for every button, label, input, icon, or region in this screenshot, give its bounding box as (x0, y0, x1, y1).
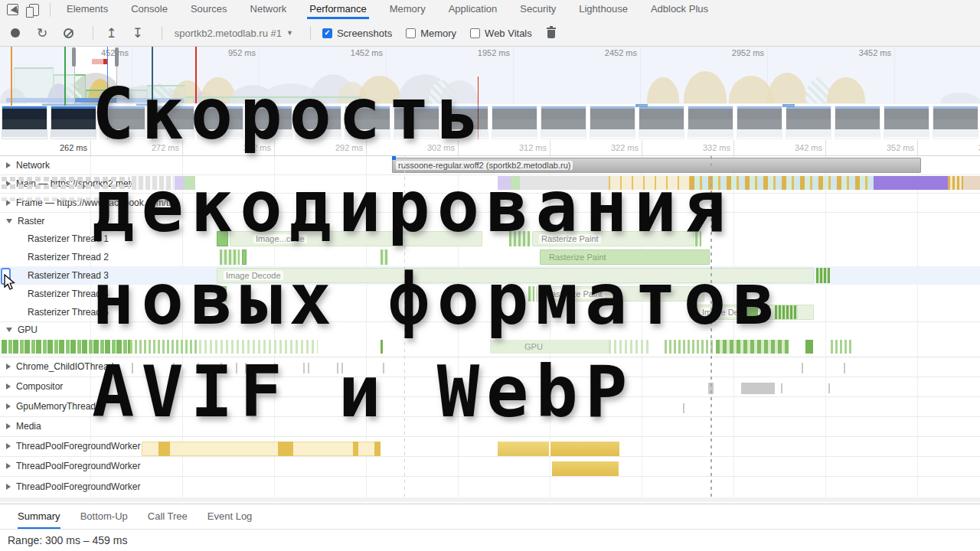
selection-handle-left[interactable] (72, 47, 76, 67)
worker-task-bar[interactable] (353, 442, 358, 456)
worker-task-bar[interactable] (549, 442, 619, 456)
screenshot-thumbnail[interactable] (51, 106, 96, 139)
details-tab-call-tree[interactable]: Call Tree (148, 504, 188, 529)
ruler-tick (917, 140, 918, 155)
gpu-track-activity[interactable] (665, 340, 714, 354)
row-separator (0, 436, 980, 437)
chevron-right-icon[interactable] (6, 364, 11, 370)
gpu-track-activity[interactable] (805, 340, 813, 354)
track-threadpoolforegroundworker[interactable]: ThreadPoolForegroundWorker (6, 461, 141, 471)
detail-ruler-label: 352 ms (887, 143, 914, 152)
worker-task-bar[interactable] (374, 442, 381, 456)
overlay-title-line: Скорость (92, 73, 486, 155)
performance-panel-body: 452 ms952 ms1452 ms1952 ms2452 ms2952 ms… (0, 0, 980, 551)
overview-ruler-label: 452 ms (101, 48, 129, 57)
track-threadpoolforegroundworker[interactable]: ThreadPoolForegroundWorker (6, 481, 141, 492)
compositor-bar[interactable] (828, 383, 830, 393)
main-track-activity[interactable] (874, 176, 948, 190)
chevron-down-icon[interactable] (6, 219, 12, 223)
chevron-right-icon[interactable] (6, 443, 11, 449)
horizontal-scrollbar[interactable] (0, 497, 980, 502)
overlay-title-line: новых форматов (92, 259, 782, 341)
track-label-text: GpuMemoryThread (16, 401, 96, 412)
track-media[interactable]: Media (6, 421, 41, 432)
details-tab-event-log[interactable]: Event Log (207, 504, 253, 529)
chevron-right-icon[interactable] (6, 484, 11, 490)
ruler-tick (550, 140, 550, 155)
screenshot-thumbnail[interactable] (541, 106, 586, 139)
detail-ruler-label: 262 ms (60, 143, 87, 152)
detail-ruler-label: 322 ms (611, 143, 639, 152)
gpu-memory-bar[interactable] (683, 403, 684, 413)
track-network[interactable]: Network (6, 160, 50, 171)
screenshot-thumbnail[interactable] (590, 106, 635, 139)
detail-ruler-label: 312 ms (519, 143, 547, 152)
compositor-bar[interactable] (781, 383, 782, 393)
screenshot-thumbnail[interactable] (737, 106, 782, 139)
flame-gridline (825, 156, 826, 497)
worker-task-bar[interactable] (498, 442, 549, 456)
mouse-cursor-icon (3, 274, 17, 291)
range-status: Range: 300 ms – 459 ms (8, 534, 127, 546)
details-tab-bottom-up[interactable]: Bottom-Up (80, 504, 128, 529)
overview-ruler-label: 2452 ms (605, 48, 637, 57)
ruler-tick (642, 140, 642, 155)
overview-ruler-label: 1952 ms (478, 48, 510, 57)
worker-task-bar[interactable] (550, 461, 619, 476)
io-thread-tick (844, 363, 845, 373)
ruler-tick (90, 140, 91, 155)
main-track-activity[interactable] (963, 176, 980, 190)
track-threadpoolforegroundworker[interactable]: ThreadPoolForegroundWorker (6, 441, 141, 452)
screenshot-thumbnail[interactable] (933, 106, 978, 139)
worker-task-bar[interactable] (158, 442, 170, 456)
track-raster[interactable]: Raster (6, 216, 44, 227)
chevron-down-icon[interactable] (6, 328, 12, 332)
screenshot-thumbnail[interactable] (688, 106, 733, 139)
flame-top-border (0, 155, 980, 156)
gpu-track-activity[interactable] (831, 340, 852, 354)
chevron-right-icon[interactable] (6, 162, 11, 168)
track-label-text: ThreadPoolForegroundWorker (16, 461, 141, 471)
screenshot-thumbnail[interactable] (884, 106, 929, 139)
compositor-bar[interactable] (741, 383, 775, 394)
overview-ruler-label: 952 ms (228, 48, 256, 57)
flame-gridline (917, 156, 918, 497)
flame-bar[interactable] (142, 442, 381, 456)
chevron-right-icon[interactable] (6, 383, 11, 390)
flame-bar-label: GPU (522, 342, 545, 351)
detail-ruler-label: 342 ms (795, 143, 822, 152)
chevron-right-icon[interactable] (6, 423, 11, 429)
details-tabbar: SummaryBottom-UpCall TreeEvent Log (0, 504, 980, 530)
screenshot-thumbnail[interactable] (492, 106, 537, 139)
track-label-text: ThreadPoolForegroundWorker (16, 481, 141, 492)
screenshot-thumbnail[interactable] (639, 106, 684, 139)
track-gpumemorythread[interactable]: GpuMemoryThread (6, 401, 96, 412)
screenshot-thumbnail[interactable] (2, 106, 47, 139)
ruler-tick (733, 140, 734, 155)
track-label-text: Media (16, 421, 41, 432)
screenshot-thumbnail[interactable] (835, 106, 880, 139)
track-label-text: GPU (18, 324, 38, 335)
track-label-text: Network (16, 160, 50, 171)
overview-ruler-label: 1452 ms (351, 48, 383, 57)
chevron-right-icon[interactable] (6, 403, 11, 409)
details-tab-summary[interactable]: Summary (18, 504, 60, 529)
gpu-track-activity[interactable] (716, 340, 789, 354)
chevron-right-icon[interactable] (6, 463, 11, 469)
row-separator (0, 476, 980, 477)
flame-bar[interactable] (816, 268, 830, 283)
overview-ruler-label: 2952 ms (732, 48, 764, 57)
worker-task-bar[interactable] (278, 442, 293, 456)
ruler-tick (825, 140, 826, 155)
screenshot-thumbnail[interactable] (786, 106, 831, 139)
devtools-window: ElementsConsoleSourcesNetworkPerformance… (0, 0, 980, 551)
main-track-activity[interactable] (948, 176, 963, 190)
overview-ruler-label: 3452 ms (859, 48, 891, 57)
overlay-title-line: AVIF и WebP (92, 351, 634, 433)
detail-ruler-label: 332 ms (703, 143, 730, 152)
row-separator (0, 456, 980, 457)
overlay-title-line: декодирования (92, 166, 733, 248)
track-compositor[interactable]: Compositor (6, 381, 63, 392)
track-label-text: ThreadPoolForegroundWorker (16, 441, 141, 452)
track-gpu[interactable]: GPU (6, 324, 38, 335)
